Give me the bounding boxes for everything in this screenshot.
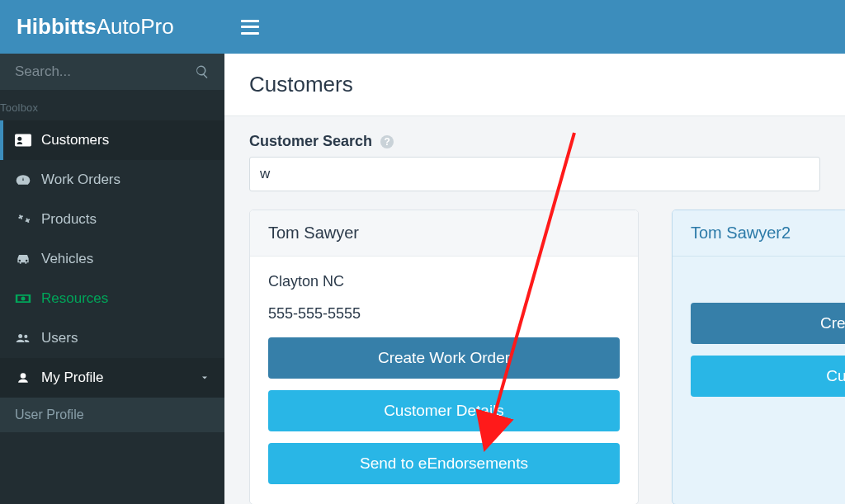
customer-cards-row: Tom Sawyer Clayton NC 555-555-5555 Creat… <box>224 206 845 504</box>
customer-search-input[interactable] <box>249 157 820 191</box>
customer-details-button[interactable]: Customer Details <box>268 390 620 431</box>
sidebar-item-vehicles[interactable]: Vehicles <box>0 239 224 279</box>
sidebar-item-label: Users <box>41 330 78 346</box>
sidebar-item-label: Work Orders <box>41 172 120 188</box>
customer-card: Tom Sawyer2 Create Custo <box>672 210 845 504</box>
sidebar-item-work-orders[interactable]: Work Orders <box>0 160 224 200</box>
users-icon <box>15 332 31 345</box>
sidebar-toggle-icon[interactable] <box>241 20 259 35</box>
sidebar-section-label: Toolbox <box>0 90 224 120</box>
money-icon <box>15 292 31 305</box>
topbar: HibbittsAutoPro <box>0 0 845 54</box>
help-icon[interactable]: ? <box>380 135 394 148</box>
chevron-down-icon <box>200 373 210 383</box>
customer-phone: 555-555-5555 <box>268 305 620 323</box>
id-card-icon <box>15 134 31 147</box>
sidebar-item-label: My Profile <box>41 370 104 386</box>
customer-search-section: Customer Search ? <box>224 116 845 206</box>
user-icon <box>15 371 31 384</box>
brand-logo[interactable]: HibbittsAutoPro <box>0 0 224 54</box>
customer-search-label-text: Customer Search <box>249 133 372 150</box>
search-icon[interactable] <box>195 64 210 79</box>
page-title: Customers <box>224 54 845 116</box>
sidebar-item-label: Products <box>41 211 97 228</box>
customer-card: Tom Sawyer Clayton NC 555-555-5555 Creat… <box>249 210 639 504</box>
customer-details-button[interactable]: Custo <box>691 356 845 397</box>
sidebar-subitem-user-profile[interactable]: User Profile <box>0 398 224 432</box>
sidebar-search-input[interactable] <box>15 64 195 80</box>
gears-icon <box>15 213 31 226</box>
customer-location: Clayton NC <box>268 273 620 290</box>
sidebar-item-customers[interactable]: Customers <box>0 120 224 160</box>
sidebar-item-users[interactable]: Users <box>0 318 224 358</box>
sidebar: Toolbox Customers Work Orders Products V… <box>0 54 224 504</box>
sidebar-item-label: Customers <box>41 132 109 148</box>
create-work-order-button[interactable]: Create Work Order <box>268 337 620 379</box>
topbar-right <box>224 0 845 54</box>
brand-light: AutoPro <box>97 14 174 40</box>
sidebar-item-products[interactable]: Products <box>0 200 224 239</box>
sidebar-item-resources[interactable]: Resources <box>0 279 224 318</box>
car-icon <box>15 252 31 266</box>
dashboard-icon <box>15 173 31 186</box>
main-content: Customers Customer Search ? Tom Sawyer C… <box>224 54 845 504</box>
brand-bold: Hibbitts <box>17 14 97 40</box>
sidebar-item-label: Resources <box>41 290 108 307</box>
sidebar-item-my-profile[interactable]: My Profile <box>0 358 224 398</box>
send-to-eendorsements-button[interactable]: Send to eEndorsements <box>268 443 620 484</box>
sidebar-item-label: Vehicles <box>41 251 93 267</box>
customer-card-name[interactable]: Tom Sawyer <box>250 210 638 257</box>
create-work-order-button[interactable]: Create <box>691 303 845 344</box>
customer-card-name[interactable]: Tom Sawyer2 <box>673 210 845 257</box>
customer-search-label: Customer Search ? <box>249 133 820 150</box>
sidebar-search <box>0 54 224 90</box>
sidebar-subitem-label: User Profile <box>15 407 84 422</box>
